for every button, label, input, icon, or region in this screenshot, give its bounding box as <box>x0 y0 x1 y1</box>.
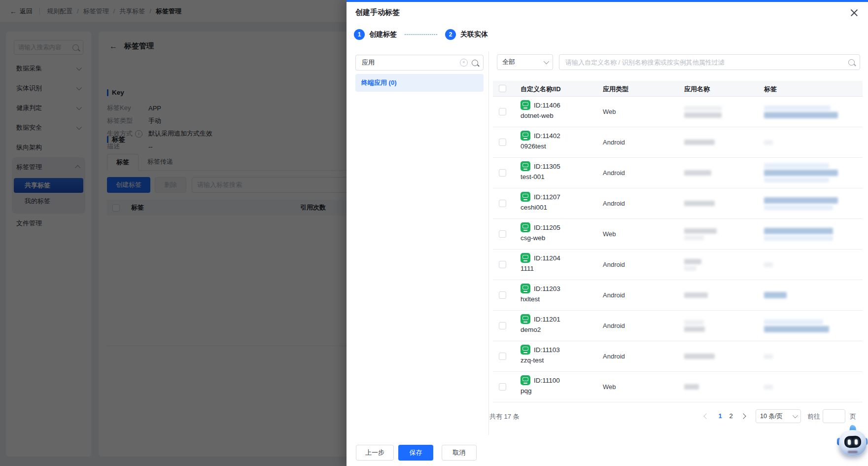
redacted-block <box>764 178 829 182</box>
instance-search-input[interactable] <box>564 58 844 67</box>
row-id-line: ID:11204 <box>521 253 560 263</box>
table-row[interactable]: ID:11406dotnet-webWeb <box>493 97 863 127</box>
row-app-type: Android <box>603 250 625 280</box>
step-2-circle: 2 <box>445 29 456 40</box>
step-1-circle: 1 <box>354 29 365 40</box>
goto-page-input[interactable] <box>823 409 845 423</box>
row-checkbox[interactable] <box>499 322 506 329</box>
row-checkbox[interactable] <box>499 139 506 146</box>
redacted-block <box>684 354 715 359</box>
type-filter-select[interactable]: 全部 <box>497 54 553 70</box>
table-row[interactable]: ID:11207ceshi001Android <box>493 188 863 219</box>
row-id: ID:11204 <box>534 254 560 262</box>
search-icon[interactable] <box>472 60 478 66</box>
row-name-cell: ID:11203hxltest <box>521 284 560 303</box>
redacted-block <box>684 112 722 118</box>
row-name: hxltest <box>521 295 560 303</box>
redacted-app-name <box>684 341 715 371</box>
table-row[interactable]: ID:114020926testAndroid <box>493 127 863 158</box>
entity-type-search: × <box>355 55 484 71</box>
entity-category-item[interactable]: 终端应用 (0) <box>355 74 484 92</box>
row-id-line: ID:11203 <box>521 284 560 293</box>
row-name: ceshi001 <box>521 204 560 211</box>
row-checkbox[interactable] <box>499 291 506 299</box>
row-app-type: Android <box>603 341 625 371</box>
app-root: ← 返回 规则配置/标签管理/共享标签/标签管理 请输入搜索内容 数据采集实体识… <box>0 0 868 466</box>
page-size-select[interactable]: 10 条/页 <box>756 409 801 423</box>
redacted-app-name <box>684 219 717 249</box>
row-id: ID:11305 <box>534 163 560 170</box>
row-id: ID:11201 <box>534 316 560 323</box>
prev-page-icon[interactable] <box>702 412 710 420</box>
row-id-line: ID:11100 <box>521 375 560 385</box>
row-id: ID:11100 <box>534 377 560 384</box>
page-number-1[interactable]: 1 <box>715 412 725 420</box>
row-checkbox[interactable] <box>499 108 506 115</box>
row-id-line: ID:11402 <box>521 131 560 141</box>
redacted-block <box>684 228 717 234</box>
panel-divider <box>488 51 489 435</box>
next-page-icon[interactable] <box>739 412 747 420</box>
robot-eye <box>855 439 858 445</box>
row-checkbox[interactable] <box>499 169 506 177</box>
table-row[interactable]: ID:11103zzq-testAndroid <box>493 341 863 372</box>
redacted-tags <box>764 127 773 157</box>
table-row[interactable]: ID:11203hxltestAndroid <box>493 280 863 311</box>
row-id: ID:11402 <box>534 132 560 140</box>
table-row[interactable]: ID:11205csg-webWeb <box>493 219 863 250</box>
previous-step-button[interactable]: 上一步 <box>356 445 394 461</box>
clear-icon[interactable]: × <box>460 59 468 67</box>
step-2-label: 关联实体 <box>460 30 488 39</box>
redacted-block <box>764 292 787 298</box>
redacted-tags <box>764 311 829 341</box>
redacted-tags <box>764 250 773 280</box>
assistant-robot[interactable] <box>837 425 868 464</box>
row-id-line: ID:11103 <box>521 345 560 355</box>
terminal-app-icon <box>521 100 530 110</box>
row-name: 0926test <box>521 143 560 150</box>
terminal-app-icon <box>521 345 530 355</box>
row-id-line: ID:11205 <box>521 222 560 232</box>
row-checkbox[interactable] <box>499 383 506 391</box>
redacted-app-name <box>684 127 715 157</box>
row-checkbox[interactable] <box>499 261 506 268</box>
step-indicator: 1 创建标签 2 关联实体 <box>354 29 488 40</box>
table-row[interactable]: ID:11305test-001Android <box>493 158 863 188</box>
redacted-block <box>764 163 829 168</box>
row-name: pqg <box>521 387 560 394</box>
redacted-block <box>684 384 699 390</box>
column-header-app-name: 应用名称 <box>684 85 710 94</box>
save-button[interactable]: 保存 <box>398 445 433 461</box>
redacted-app-name <box>684 97 722 127</box>
table-row[interactable]: ID:11100pqgWeb <box>493 372 863 402</box>
row-checkbox[interactable] <box>499 353 506 360</box>
redacted-app-name <box>684 311 705 341</box>
close-icon[interactable] <box>850 9 858 17</box>
cancel-button[interactable]: 取消 <box>442 445 477 461</box>
row-name: zzq-test <box>521 357 560 364</box>
search-icon[interactable] <box>848 59 855 66</box>
select-all-checkbox[interactable] <box>499 85 506 92</box>
table-row[interactable]: ID:112041111Android <box>493 250 863 280</box>
redacted-block <box>764 112 838 118</box>
redacted-block <box>764 262 773 267</box>
redacted-block <box>684 235 704 240</box>
row-id: ID:11207 <box>534 193 560 201</box>
entity-type-search-input[interactable] <box>361 59 456 67</box>
row-id: ID:11205 <box>534 224 560 231</box>
page-number-2[interactable]: 2 <box>726 412 736 420</box>
row-checkbox[interactable] <box>499 230 506 238</box>
redacted-block <box>684 266 696 271</box>
row-id: ID:11203 <box>534 285 560 292</box>
goto-label: 前往 <box>807 412 820 421</box>
row-app-type: Android <box>603 280 625 310</box>
row-name-cell: ID:11205csg-web <box>521 222 560 242</box>
row-name: csg-web <box>521 234 560 242</box>
app-table: 自定义名称/ID 应用类型 应用名称 标签 ID:11406dotnet-web… <box>493 81 863 402</box>
redacted-tags <box>764 188 838 218</box>
create-manual-tag-drawer: 创建手动标签 1 创建标签 2 关联实体 × 终端应用 (0) 全部 <box>347 0 868 466</box>
row-checkbox[interactable] <box>499 200 506 207</box>
row-app-type: Web <box>603 97 616 127</box>
table-row[interactable]: ID:11201demo2Android <box>493 311 863 341</box>
redacted-block <box>684 259 701 264</box>
